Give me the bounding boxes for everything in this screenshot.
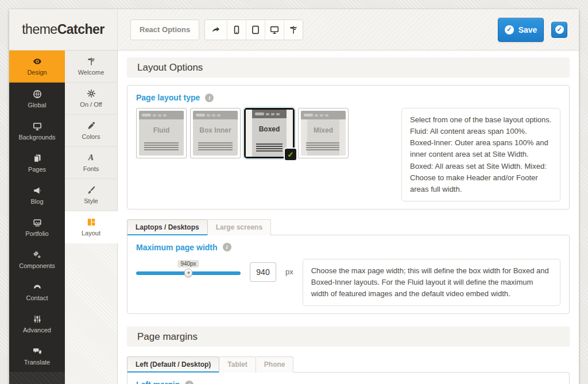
field-label-page-layout-type: Page layout type xyxy=(136,93,200,102)
selected-check-icon xyxy=(284,148,297,161)
page-layout-type-panel: Page layout type Fluid Box xyxy=(127,85,570,210)
topbar-actions: Save xyxy=(498,9,579,50)
comments-icon xyxy=(33,347,42,356)
layout-option-box-inner[interactable]: Box Inner xyxy=(190,108,241,158)
layout-option-fluid[interactable]: Fluid xyxy=(136,108,187,158)
share-button[interactable] xyxy=(205,20,227,40)
layout-option-label: Box Inner xyxy=(193,126,238,134)
toolbar: React Options xyxy=(118,9,303,50)
sidebar-item-translate[interactable]: Translate xyxy=(9,340,65,372)
device-preview-group xyxy=(204,20,303,40)
layout-option-label: Fluid xyxy=(139,126,184,134)
sidebar-item-label: Advanced xyxy=(23,327,51,333)
layout-preview: Fluid xyxy=(139,111,184,156)
sidebar-item-label: Translate xyxy=(24,359,50,366)
save-button-label: Save xyxy=(519,25,537,34)
subnav-item-label: On / Off xyxy=(80,101,102,108)
sidebar-item-label: Global xyxy=(28,102,47,108)
tab-left-phone[interactable]: Phone xyxy=(256,356,294,373)
gear-icon xyxy=(87,89,96,98)
section-title-page-margins: Page margins xyxy=(127,327,570,347)
sidebar-item-components[interactable]: Components xyxy=(9,243,65,276)
quick-save-button[interactable] xyxy=(551,22,567,38)
layout-grid-icon xyxy=(87,218,96,227)
tablet-icon xyxy=(251,25,260,34)
info-icon[interactable] xyxy=(205,94,214,102)
sidebar-item-label: Backgrounds xyxy=(18,134,55,141)
sidebar-item-label: Contact xyxy=(26,294,48,301)
tablet-preview-button[interactable] xyxy=(246,20,265,40)
sidebar-item-backgrounds[interactable]: Backgrounds xyxy=(9,115,65,147)
layout-option-boxed[interactable]: Boxed xyxy=(244,108,295,158)
sidebar-item-advanced[interactable]: Advanced xyxy=(9,308,65,340)
field-label-left-margin: Left margin xyxy=(136,380,180,384)
secondary-sidebar: Welcome On / Off Colors A Fonts Style La… xyxy=(65,51,118,384)
eyedropper-icon xyxy=(87,121,96,130)
subnav-item-label: Welcome xyxy=(78,69,105,76)
layout-preview: Mixed xyxy=(301,111,346,156)
pages-icon xyxy=(33,154,42,163)
phone-icon xyxy=(232,25,241,34)
device-tabs: Laptops / Desktops Large screens xyxy=(127,219,570,235)
react-options-toggle-button[interactable] xyxy=(284,20,303,40)
field-description: Select from one of the base layout optio… xyxy=(401,108,560,201)
layout-option-label: Mixed xyxy=(301,126,346,134)
react-options-button[interactable]: React Options xyxy=(130,20,199,40)
primary-sidebar: Design Global Backgrounds Pages Blog Por… xyxy=(9,51,65,384)
sidebar-item-portfolio[interactable]: Portfolio xyxy=(9,211,65,243)
phone-handset-icon xyxy=(33,282,42,292)
subnav-item-layout[interactable]: Layout xyxy=(65,211,118,243)
info-icon[interactable] xyxy=(185,381,194,384)
slider-tooltip: 940px xyxy=(177,260,199,267)
sidebar-item-label: Portfolio xyxy=(25,230,48,237)
slider-handle[interactable] xyxy=(184,269,193,277)
desktop-icon xyxy=(270,25,279,34)
tab-laptops-desktops[interactable]: Laptops / Desktops xyxy=(127,219,208,235)
sidebar-item-label: Pages xyxy=(28,166,46,173)
font-a-icon: A xyxy=(88,153,94,162)
signpost-icon xyxy=(289,25,298,34)
check-circle-icon xyxy=(505,25,514,34)
globe-icon xyxy=(33,90,42,99)
subnav-item-colors[interactable]: Colors xyxy=(65,115,118,147)
sidebar-item-pages[interactable]: Pages xyxy=(9,147,65,179)
logo-text-bold: Catcher xyxy=(57,22,105,37)
top-bar: themeCatcher React Options xyxy=(9,9,579,51)
subnav-item-label: Colors xyxy=(82,133,100,140)
sidebar-item-label: Design xyxy=(27,69,47,76)
subnav-item-style[interactable]: Style xyxy=(65,179,118,211)
max-width-input[interactable] xyxy=(250,262,276,282)
subnav-item-fonts[interactable]: A Fonts xyxy=(65,147,118,179)
tab-left-tablet[interactable]: Tablet xyxy=(219,356,256,373)
max-width-slider: 940px xyxy=(136,271,241,275)
mobile-preview-button[interactable] xyxy=(227,20,246,40)
images-icon xyxy=(33,218,42,227)
subnav-item-label: Layout xyxy=(82,230,100,236)
sidebar-item-label: Blog xyxy=(30,198,43,205)
app-window: themeCatcher React Options xyxy=(9,9,579,384)
left-margin-tabs: Left (Default / Desktop) Tablet Phone xyxy=(127,356,570,373)
sidebar-item-design[interactable]: Design xyxy=(9,51,65,83)
sliders-icon xyxy=(33,315,42,324)
tab-left-default-desktop[interactable]: Left (Default / Desktop) xyxy=(127,356,219,373)
logo-text-light: theme xyxy=(22,22,57,37)
subnav-item-label: Style xyxy=(84,197,98,204)
section-title-layout-options: Layout Options xyxy=(127,57,570,77)
max-page-width-panel: Maximum page width 940px px Choose the m… xyxy=(127,235,570,314)
info-icon[interactable] xyxy=(223,243,231,251)
layout-option-mixed[interactable]: Mixed xyxy=(298,108,349,158)
subnav-item-welcome[interactable]: Welcome xyxy=(65,51,118,83)
tab-large-screens[interactable]: Large screens xyxy=(208,219,271,235)
signpost-icon xyxy=(87,57,96,66)
app-logo: themeCatcher xyxy=(9,9,118,50)
brush-icon xyxy=(87,185,96,195)
field-description: Choose the max page width; this will def… xyxy=(303,259,560,306)
eye-icon xyxy=(33,57,42,66)
subnav-item-on-off[interactable]: On / Off xyxy=(65,83,118,115)
save-button[interactable]: Save xyxy=(498,18,544,42)
monitor-icon xyxy=(33,122,42,131)
sidebar-item-contact[interactable]: Contact xyxy=(9,276,65,308)
sidebar-item-blog[interactable]: Blog xyxy=(9,179,65,211)
desktop-preview-button[interactable] xyxy=(265,20,284,40)
sidebar-item-global[interactable]: Global xyxy=(9,83,65,115)
